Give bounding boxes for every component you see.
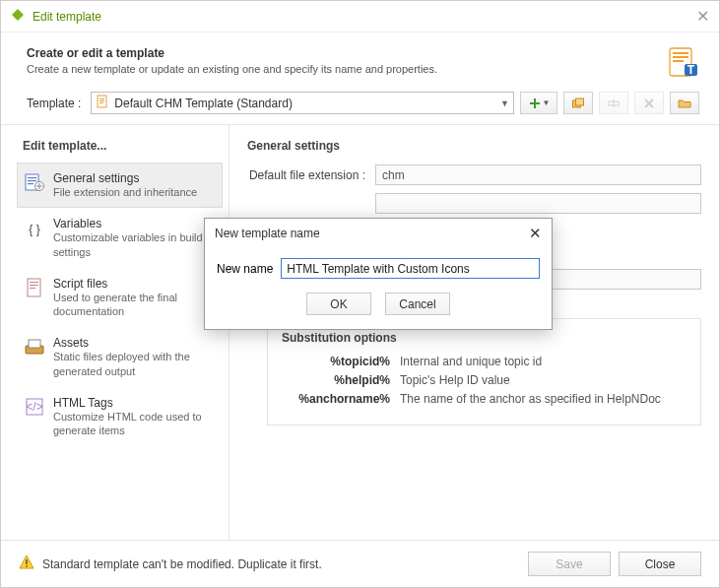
substitution-row: %anchorname% The name of the anchor as s… [282,392,687,406]
svg-rect-2 [673,52,688,54]
svg-rect-27 [30,285,38,286]
svg-rect-14 [576,98,584,105]
dialog-close-button[interactable]: ✕ [529,225,542,242]
svg-marker-0 [12,9,24,21]
template-toolbar: Template : Default CHM Template (Standar… [1,86,719,124]
new-name-row: New name [217,258,540,279]
save-button: Save [528,552,611,576]
sidebar-item-title: Script files [53,277,216,291]
substitution-title: Substitution options [282,331,687,345]
svg-rect-21 [28,180,36,181]
extension-row: Default file extension : chm [247,164,701,185]
header-subtitle: Create a new template or update an exist… [27,63,668,75]
sidebar-item-variables[interactable]: { } Variables Customizable variables in … [17,208,223,268]
substitution-row: %topicid% Internal and unique topic id [282,355,687,368]
body: Edit template... General settings File e… [1,124,719,540]
sidebar-item-html-tags[interactable]: </> HTML Tags Customize HTML code used t… [17,387,223,447]
substitution-key: %topicid% [282,355,400,368]
hidden-row-1 [247,193,701,214]
edit-template-window: Edit template ✕ Create or edit a templat… [0,0,720,588]
warning-text: Standard template can't be modified. Dup… [42,557,520,571]
close-button[interactable]: Close [619,552,701,576]
svg-rect-35 [26,565,27,567]
sidebar-item-desc: Used to generate the final documentation [53,291,216,319]
chevron-down-icon: ▼ [543,98,551,107]
sidebar-title: Edit template... [17,135,229,163]
svg-rect-8 [99,98,104,99]
hidden-field[interactable] [375,193,701,214]
svg-rect-4 [673,60,684,62]
svg-rect-26 [30,282,38,283]
substitution-value: The name of the anchor as specified in H… [400,392,661,406]
svg-rect-9 [99,100,104,101]
sidebar-item-general-settings[interactable]: General settings File extension and inhe… [17,163,223,208]
sidebar-item-title: Variables [53,217,216,230]
svg-rect-3 [673,56,688,58]
extension-field[interactable]: chm [375,164,701,185]
delete-template-button [634,92,664,114]
rename-template-button [599,92,628,114]
template-select[interactable]: Default CHM Template (Standard) ▼ [91,92,514,114]
window-title: Edit template [33,10,101,24]
template-selected-text: Default CHM Template (Standard) [114,97,495,110]
svg-rect-34 [26,559,27,564]
chevron-down-icon: ▼ [500,98,509,108]
svg-rect-22 [28,183,33,184]
settings-icon [24,171,45,193]
new-template-name-dialog: New template name ✕ New name OK Cancel [204,218,553,330]
substitution-value: Topic's Help ID value [400,373,510,387]
substitution-row: %helpid% Topic's Help ID value [282,373,687,387]
sidebar: Edit template... General settings File e… [1,125,229,540]
svg-text:{ }: { } [29,223,39,236]
sidebar-item-desc: Customizable variables in build settings [53,230,216,259]
svg-rect-28 [30,288,35,289]
main-title: General settings [247,135,701,164]
sidebar-item-desc: File extension and inheritance [53,185,197,199]
sidebar-item-title: HTML Tags [53,396,216,410]
new-name-label: New name [217,262,273,276]
footer: Standard template can't be modified. Dup… [1,540,719,587]
dialog-title: New template name [215,227,320,240]
svg-text:T: T [687,63,695,77]
titlebar: Edit template ✕ [1,1,719,33]
sidebar-item-script-files[interactable]: Script files Used to generate the final … [17,268,223,328]
header-title: Create or edit a template [27,46,668,60]
new-name-input[interactable] [281,258,540,279]
extension-label: Default file extension : [247,168,375,182]
html-tag-icon: </> [24,396,45,418]
assets-icon [24,336,45,358]
template-file-icon [96,95,109,111]
duplicate-template-button[interactable] [563,92,593,114]
svg-rect-12 [530,102,540,104]
sidebar-item-title: General settings [53,171,197,185]
open-folder-button[interactable] [670,92,699,114]
header: Create or edit a template Create a new t… [1,33,719,86]
substitution-group: Substitution options %topicid% Internal … [267,318,701,425]
sidebar-item-title: Assets [53,336,216,350]
substitution-key: %anchorname% [282,392,400,406]
warning-icon [19,555,34,573]
template-label: Template : [27,97,81,110]
script-icon [24,277,45,298]
svg-text:</>: </> [26,400,42,414]
dialog-titlebar: New template name ✕ [205,219,552,248]
braces-icon: { } [24,217,45,238]
new-template-button[interactable]: ▼ [520,92,557,114]
window-close-button[interactable]: ✕ [696,7,709,26]
sidebar-item-desc: Customize HTML code used to generate ite… [53,410,216,438]
cancel-button[interactable]: Cancel [385,293,450,315]
substitution-value: Internal and unique topic id [400,355,542,368]
substitution-key: %helpid% [282,373,400,387]
main-panel: General settings Default file extension … [229,125,719,540]
app-icon [11,8,25,25]
sidebar-item-assets[interactable]: Assets Static files deployed with the ge… [17,327,223,387]
svg-rect-30 [29,340,40,348]
template-large-icon: T [668,46,699,78]
svg-rect-10 [99,102,103,103]
ok-button[interactable]: OK [306,293,371,315]
svg-rect-20 [28,177,36,178]
sidebar-item-desc: Static files deployed with the generated… [53,350,216,378]
